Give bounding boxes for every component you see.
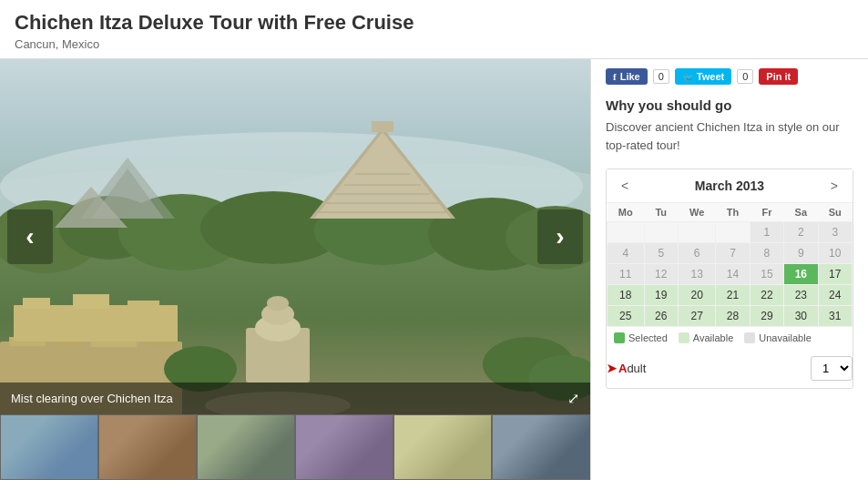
page-wrapper: Chichen Itza Deluxe Tour with Free Cruis… <box>0 0 868 500</box>
thumbnail-6[interactable] <box>492 414 590 480</box>
available-dot <box>679 332 689 343</box>
calendar-day <box>678 222 715 243</box>
calendar-day[interactable]: 19 <box>644 285 678 306</box>
calendar-day: 13 <box>678 264 715 285</box>
calendar-week-row: 45678910 <box>608 243 853 264</box>
calendar-day[interactable]: 22 <box>750 285 783 306</box>
next-arrow-icon: › <box>556 222 564 251</box>
adult-label: Adult <box>618 362 646 375</box>
cal-day-header: We <box>678 203 715 222</box>
calendar-week-row: 25262728293031 <box>608 306 853 327</box>
calendar-day <box>608 222 645 243</box>
legend-selected: Selected <box>614 332 668 343</box>
calendar-day[interactable]: 25 <box>608 306 645 327</box>
calendar-day: 5 <box>644 243 678 264</box>
svg-point-26 <box>267 296 289 311</box>
legend-available: Available <box>679 332 733 343</box>
calendar-day[interactable]: 30 <box>784 306 818 327</box>
page-header: Chichen Itza Deluxe Tour with Free Cruis… <box>0 0 868 59</box>
like-count: 0 <box>653 69 669 84</box>
why-go-title: Why you should go <box>606 97 853 113</box>
calendar-day: 2 <box>784 222 818 243</box>
calendar-week-row: 123 <box>608 222 853 243</box>
calendar-day: 10 <box>818 243 852 264</box>
main-image-container: ‹ › Mist clearing over Chichen Itza ⤢ <box>0 59 590 414</box>
svg-rect-21 <box>372 121 393 132</box>
cal-day-header: Sa <box>784 203 818 222</box>
calendar: < March 2013 > MoTuWeThFrSaSu 1234567891… <box>606 168 853 389</box>
svg-rect-34 <box>73 294 109 309</box>
facebook-like-button[interactable]: f Like <box>606 68 648 85</box>
scene-svg <box>0 59 590 414</box>
calendar-day[interactable]: 27 <box>678 306 715 327</box>
calendar-day: 11 <box>608 264 645 285</box>
calendar-day[interactable]: 16 <box>784 264 818 285</box>
thumbnail-4[interactable] <box>295 414 393 480</box>
red-arrow-icon: ➤ <box>607 362 617 375</box>
tweet-label: Tweet <box>697 71 724 82</box>
calendar-day[interactable]: 31 <box>818 306 852 327</box>
calendar-week-row: 18192021222324 <box>608 285 853 306</box>
social-bar: f Like 0 🐦 Tweet 0 Pin it <box>606 68 853 85</box>
calendar-day: 7 <box>716 243 750 264</box>
quantity-select[interactable]: 1 2 3 4 5 <box>811 356 853 381</box>
svg-rect-33 <box>23 298 50 309</box>
cal-day-header: Su <box>818 203 852 222</box>
pin-label: Pin it <box>766 71 791 82</box>
calendar-day: 8 <box>750 243 783 264</box>
selected-dot <box>614 332 625 343</box>
tweet-count: 0 <box>737 69 753 84</box>
thumbnail-1[interactable] <box>0 414 98 480</box>
unavailable-label: Unavailable <box>759 332 811 343</box>
thumbnail-5[interactable] <box>393 414 492 480</box>
right-panel: f Like 0 🐦 Tweet 0 Pin it Why you should… <box>590 59 868 480</box>
pinterest-button[interactable]: Pin it <box>759 68 798 85</box>
calendar-day: 12 <box>644 264 678 285</box>
booking-row: ➤ Adult 1 2 3 4 5 <box>607 349 853 388</box>
calendar-day: 15 <box>750 264 783 285</box>
tweet-button[interactable]: 🐦 Tweet <box>675 68 731 85</box>
calendar-day: 4 <box>608 243 645 264</box>
prev-image-button[interactable]: ‹ <box>7 209 53 264</box>
why-go-description: Discover ancient Chichen Itza in style o… <box>606 118 853 154</box>
location-label: Cancun, Mexico <box>15 37 853 51</box>
cal-day-header: Th <box>716 203 750 222</box>
cal-day-header: Mo <box>608 203 645 222</box>
like-label: Like <box>620 71 640 82</box>
bird-icon: 🐦 <box>682 72 693 82</box>
thumbnail-strip <box>0 414 590 480</box>
calendar-day: 1 <box>750 222 783 243</box>
calendar-day: 3 <box>818 222 852 243</box>
unavailable-dot <box>744 332 755 343</box>
cal-prev-button[interactable]: < <box>616 177 634 195</box>
calendar-header: < March 2013 > <box>607 169 853 203</box>
calendar-day[interactable]: 20 <box>678 285 715 306</box>
calendar-day[interactable]: 26 <box>644 306 678 327</box>
calendar-day[interactable]: 28 <box>716 306 750 327</box>
calendar-day[interactable]: 23 <box>784 285 818 306</box>
calendar-day[interactable]: 29 <box>750 306 783 327</box>
available-label: Available <box>693 332 733 343</box>
caption-text: Mist clearing over Chichen Itza <box>11 392 173 405</box>
calendar-month-year: March 2013 <box>695 179 764 193</box>
left-panel: ‹ › Mist clearing over Chichen Itza ⤢ <box>0 59 590 480</box>
calendar-day[interactable]: 18 <box>608 285 645 306</box>
fb-icon: f <box>613 71 617 82</box>
calendar-day[interactable]: 17 <box>818 264 852 285</box>
calendar-legend: Selected Available Unavailable <box>607 327 853 349</box>
cal-day-header: Tu <box>644 203 678 222</box>
next-image-button[interactable]: › <box>537 209 583 264</box>
selected-label: Selected <box>628 332 668 343</box>
thumbnail-2[interactable] <box>98 414 197 480</box>
page-title: Chichen Itza Deluxe Tour with Free Cruis… <box>15 11 853 35</box>
calendar-day: 14 <box>716 264 750 285</box>
thumbnail-3[interactable] <box>197 414 295 480</box>
fullscreen-button[interactable]: ⤢ <box>567 390 579 407</box>
calendar-week-row: 11121314151617 <box>608 264 853 285</box>
cal-next-button[interactable]: > <box>825 177 843 195</box>
cal-day-header: Fr <box>750 203 783 222</box>
svg-rect-32 <box>14 305 178 342</box>
calendar-day[interactable]: 24 <box>818 285 852 306</box>
calendar-day[interactable]: 21 <box>716 285 750 306</box>
calendar-day <box>644 222 678 243</box>
